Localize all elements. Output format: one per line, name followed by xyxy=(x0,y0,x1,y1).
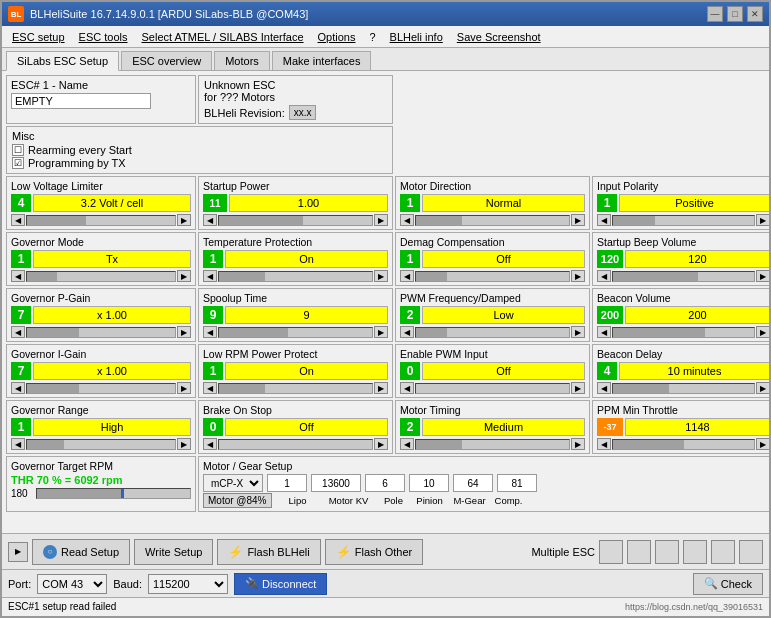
governor-range-right[interactable]: ▶ xyxy=(177,438,191,450)
beacon-volume-slider[interactable] xyxy=(612,327,755,338)
programming-checkbox[interactable]: ☑ xyxy=(12,157,24,169)
motor-direction-slider[interactable] xyxy=(415,215,570,226)
demag-compensation-right[interactable]: ▶ xyxy=(571,270,585,282)
low-voltage-slider[interactable] xyxy=(26,215,176,226)
esc-btn-5[interactable] xyxy=(711,540,735,564)
esc-btn-3[interactable] xyxy=(655,540,679,564)
governor-pgain-slider[interactable] xyxy=(26,327,176,338)
governor-range-slider[interactable] xyxy=(26,439,176,450)
esc-btn-1[interactable] xyxy=(599,540,623,564)
startup-power-right[interactable]: ▶ xyxy=(374,214,388,226)
menu-esc-tools[interactable]: ESC tools xyxy=(73,29,134,45)
motor-timing-right[interactable]: ▶ xyxy=(571,438,585,450)
enable-pwm-input-slider[interactable] xyxy=(415,383,570,394)
tab-motors[interactable]: Motors xyxy=(214,51,270,70)
tab-silabs-esc-setup[interactable]: SiLabs ESC Setup xyxy=(6,51,119,71)
read-setup-button[interactable]: ○ Read Setup xyxy=(32,539,130,565)
motor-gear-num3[interactable] xyxy=(365,474,405,492)
ppm-min-throttle-right[interactable]: ▶ xyxy=(756,438,769,450)
low-rpm-protect-left[interactable]: ◀ xyxy=(203,382,217,394)
tab-make-interfaces[interactable]: Make interfaces xyxy=(272,51,372,70)
governor-igain-left[interactable]: ◀ xyxy=(11,382,25,394)
governor-target-slider[interactable] xyxy=(36,488,191,499)
startup-power-slider[interactable] xyxy=(218,215,373,226)
menu-blheli-info[interactable]: BLHeli info xyxy=(384,29,449,45)
esc-btn-4[interactable] xyxy=(683,540,707,564)
startup-beep-left[interactable]: ◀ xyxy=(597,270,611,282)
pwm-frequency-left[interactable]: ◀ xyxy=(400,326,414,338)
enable-pwm-input-right[interactable]: ▶ xyxy=(571,382,585,394)
motor-timing-slider[interactable] xyxy=(415,439,570,450)
spoolup-time-right[interactable]: ▶ xyxy=(374,326,388,338)
temperature-protection-right[interactable]: ▶ xyxy=(374,270,388,282)
motor-gear-num6[interactable] xyxy=(497,474,537,492)
flash-other-button[interactable]: ⚡ Flash Other xyxy=(325,539,423,565)
enable-pwm-input-left[interactable]: ◀ xyxy=(400,382,414,394)
write-setup-button[interactable]: Write Setup xyxy=(134,539,213,565)
motor-direction-left[interactable]: ◀ xyxy=(400,214,414,226)
spoolup-time-left[interactable]: ◀ xyxy=(203,326,217,338)
governor-pgain-left[interactable]: ◀ xyxy=(11,326,25,338)
menu-help[interactable]: ? xyxy=(363,29,381,45)
spoolup-time-slider[interactable] xyxy=(218,327,373,338)
motor-timing-left[interactable]: ◀ xyxy=(400,438,414,450)
esc-btn-6[interactable] xyxy=(739,540,763,564)
startup-beep-slider[interactable] xyxy=(612,271,755,282)
low-voltage-right[interactable]: ▶ xyxy=(177,214,191,226)
rearming-checkbox[interactable]: ☐ xyxy=(12,144,24,156)
input-polarity-left[interactable]: ◀ xyxy=(597,214,611,226)
esc-btn-2[interactable] xyxy=(627,540,651,564)
beacon-volume-right[interactable]: ▶ xyxy=(756,326,769,338)
pwm-frequency-right[interactable]: ▶ xyxy=(571,326,585,338)
demag-compensation-slider[interactable] xyxy=(415,271,570,282)
maximize-button[interactable]: □ xyxy=(727,6,743,22)
brake-on-stop-left[interactable]: ◀ xyxy=(203,438,217,450)
motor-gear-num2[interactable] xyxy=(311,474,361,492)
governor-mode-slider[interactable] xyxy=(26,271,176,282)
beacon-volume-left[interactable]: ◀ xyxy=(597,326,611,338)
close-button[interactable]: ✕ xyxy=(747,6,763,22)
motor-gear-num5[interactable] xyxy=(453,474,493,492)
input-polarity-right[interactable]: ▶ xyxy=(756,214,769,226)
governor-mode-left[interactable]: ◀ xyxy=(11,270,25,282)
tab-esc-overview[interactable]: ESC overview xyxy=(121,51,212,70)
governor-mode-right[interactable]: ▶ xyxy=(177,270,191,282)
esc-name-input[interactable] xyxy=(11,93,151,109)
motor-direction-right[interactable]: ▶ xyxy=(571,214,585,226)
input-polarity-slider[interactable] xyxy=(612,215,755,226)
low-rpm-protect-slider[interactable] xyxy=(218,383,373,394)
ppm-min-throttle-left[interactable]: ◀ xyxy=(597,438,611,450)
minimize-button[interactable]: — xyxy=(707,6,723,22)
governor-pgain-right[interactable]: ▶ xyxy=(177,326,191,338)
demag-compensation-left[interactable]: ◀ xyxy=(400,270,414,282)
beacon-delay-right[interactable]: ▶ xyxy=(756,382,769,394)
startup-power-left[interactable]: ◀ xyxy=(203,214,217,226)
flash-blheli-button[interactable]: ⚡ Flash BLHeli xyxy=(217,539,320,565)
disconnect-button[interactable]: 🔌 Disconnect xyxy=(234,573,327,595)
temperature-protection-left[interactable]: ◀ xyxy=(203,270,217,282)
motor-gear-num1[interactable] xyxy=(267,474,307,492)
beacon-delay-slider[interactable] xyxy=(612,383,755,394)
governor-igain-right[interactable]: ▶ xyxy=(177,382,191,394)
governor-range-left[interactable]: ◀ xyxy=(11,438,25,450)
baud-select[interactable]: 115200 xyxy=(148,574,228,594)
beacon-delay-left[interactable]: ◀ xyxy=(597,382,611,394)
menu-esc-setup[interactable]: ESC setup xyxy=(6,29,71,45)
governor-igain-slider[interactable] xyxy=(26,383,176,394)
startup-beep-right[interactable]: ▶ xyxy=(756,270,769,282)
motor-gear-model-select[interactable]: mCP-X xyxy=(203,474,263,492)
menu-options[interactable]: Options xyxy=(312,29,362,45)
low-rpm-protect-right[interactable]: ▶ xyxy=(374,382,388,394)
pwm-frequency-slider[interactable] xyxy=(415,327,570,338)
menu-save-screenshot[interactable]: Save Screenshot xyxy=(451,29,547,45)
menu-select-interface[interactable]: Select ATMEL / SILABS Interface xyxy=(136,29,310,45)
check-button[interactable]: 🔍 Check xyxy=(693,573,763,595)
brake-on-stop-slider[interactable] xyxy=(218,439,373,450)
toolbar-small-btn[interactable]: ▶ xyxy=(8,542,28,562)
motor-gear-num4[interactable] xyxy=(409,474,449,492)
temperature-protection-slider[interactable] xyxy=(218,271,373,282)
ppm-min-throttle-slider[interactable] xyxy=(612,439,755,450)
port-select[interactable]: COM 43 xyxy=(37,574,107,594)
low-voltage-left[interactable]: ◀ xyxy=(11,214,25,226)
brake-on-stop-right[interactable]: ▶ xyxy=(374,438,388,450)
